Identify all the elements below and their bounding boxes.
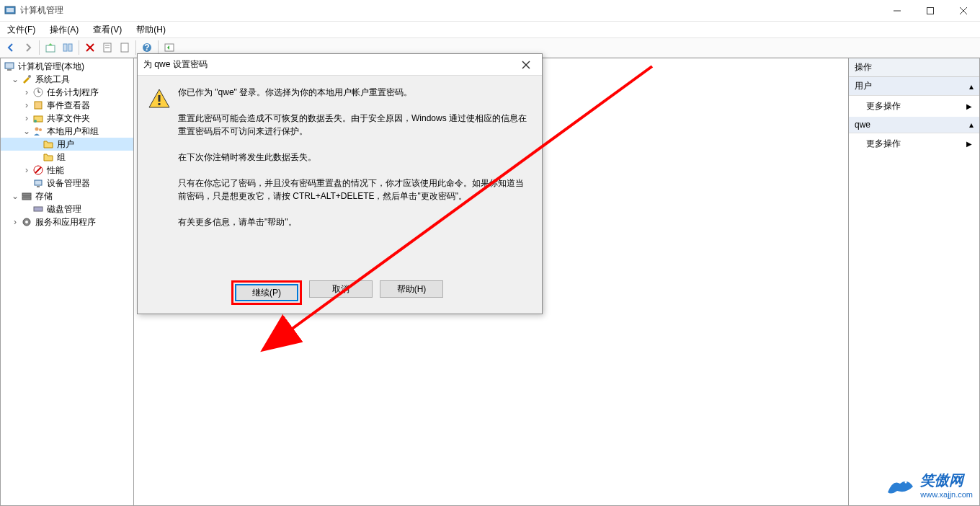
tree-system-tools[interactable]: ⌄ 系统工具 [1, 73, 133, 86]
close-button[interactable] [947, 1, 980, 21]
svg-point-37 [25, 221, 28, 223]
tree-local-users[interactable]: ⌄ 本地用户和组 [1, 125, 133, 138]
tree-shared-folders[interactable]: › 共享文件夹 [1, 112, 133, 125]
watermark-url: www.xajjn.com [920, 490, 973, 499]
svg-line-5 [960, 7, 967, 14]
users-icon [32, 125, 44, 137]
menu-help[interactable]: 帮助(H) [133, 22, 169, 37]
collapse-icon[interactable]: ▴ [969, 120, 974, 130]
svg-rect-19 [7, 69, 12, 71]
export-button[interactable] [117, 40, 133, 56]
expander-closed-icon[interactable]: › [22, 88, 31, 97]
delete-button[interactable] [82, 40, 98, 56]
tree-panel: 计算机管理(本地) ⌄ 系统工具 › 任务计划程序 › 事件查看器 › 共享文件… [0, 58, 134, 506]
actions-header: 操作 [849, 58, 979, 77]
tree-disk-management[interactable]: 磁盘管理 [1, 203, 133, 216]
expander-open-icon[interactable]: ⌄ [22, 127, 31, 136]
svg-rect-8 [68, 44, 72, 51]
tree-label: 任务计划程序 [47, 86, 99, 99]
actions-section-user[interactable]: 用户 ▴ [849, 77, 979, 96]
tree-groups[interactable]: 组 [1, 151, 133, 164]
tree-root[interactable]: 计算机管理(本地) [1, 60, 133, 73]
svg-rect-14 [121, 43, 128, 52]
minimize-button[interactable] [881, 1, 914, 21]
tree-label: 事件查看器 [47, 99, 90, 112]
tree-label: 设备管理器 [47, 177, 90, 190]
svg-rect-41 [159, 103, 161, 105]
svg-rect-33 [22, 193, 31, 196]
dialog-p4: 只有在你忘记了密码，并且没有密码重置盘的情况下，你才应该使用此命令。如果你知道当… [178, 177, 527, 203]
tree-label: 用户 [57, 138, 74, 151]
actions-item-label: 更多操作 [866, 100, 901, 112]
svg-rect-34 [22, 197, 31, 200]
window-title: 计算机管理 [20, 4, 63, 17]
tree-performance[interactable]: › 性能 [1, 164, 133, 177]
actions-section-label: 用户 [855, 80, 872, 92]
app-icon [4, 5, 16, 17]
dialog-titlebar[interactable]: 为 qwe 设置密码 [138, 54, 542, 76]
tree-task-scheduler[interactable]: › 任务计划程序 [1, 86, 133, 99]
svg-rect-35 [34, 207, 43, 211]
tree-storage[interactable]: ⌄ 存储 [1, 190, 133, 203]
tree-services-apps[interactable]: › 服务和应用程序 [1, 216, 133, 228]
cancel-button[interactable]: 取消 [309, 280, 373, 298]
help-button[interactable]: 帮助(H) [380, 280, 443, 298]
disk-icon [32, 203, 44, 215]
collapse-icon[interactable]: ▴ [969, 81, 974, 92]
services-icon [21, 216, 32, 228]
clock-icon [32, 86, 44, 98]
proceed-button[interactable]: 继续(P) [235, 284, 298, 301]
dialog-close-button[interactable] [516, 57, 536, 73]
button-label: 继续(P) [252, 287, 281, 299]
actions-panel: 操作 用户 ▴ 更多操作 ▶ qwe ▴ 更多操作 ▶ [849, 58, 980, 506]
svg-rect-32 [37, 186, 40, 187]
highlight-box: 继续(P) [231, 280, 302, 305]
dialog-body: 你已作为 "qwe" 登录。你选择为你的本地用户帐户重置密码。 重置此密码可能会… [138, 76, 542, 252]
expander-open-icon[interactable]: ⌄ [11, 75, 19, 84]
toolbar-separator [39, 40, 40, 55]
maximize-button[interactable] [914, 1, 947, 21]
toolbar-separator [158, 40, 159, 55]
tree-event-viewer[interactable]: › 事件查看器 [1, 99, 133, 112]
svg-point-20 [28, 75, 31, 78]
menu-view[interactable]: 查看(V) [90, 22, 125, 37]
actions-section-qwe[interactable]: qwe ▴ [849, 117, 979, 133]
expander-closed-icon[interactable]: › [11, 218, 19, 226]
computer-icon [4, 61, 15, 72]
menu-action[interactable]: 操作(A) [47, 22, 81, 37]
svg-rect-18 [5, 63, 14, 68]
tree-label: 本地用户和组 [47, 125, 99, 138]
svg-point-43 [905, 481, 907, 483]
chevron-right-icon: ▶ [966, 140, 972, 148]
expander-closed-icon[interactable]: › [22, 114, 31, 123]
storage-icon [21, 190, 32, 202]
up-button[interactable] [43, 40, 58, 56]
window-titlebar: 计算机管理 [0, 0, 980, 22]
tree-device-manager[interactable]: 设备管理器 [1, 177, 133, 190]
menu-file[interactable]: 文件(F) [4, 22, 38, 37]
expander-open-icon[interactable]: ⌄ [11, 192, 19, 200]
svg-text:?: ? [144, 43, 149, 53]
tree-label: 计算机管理(本地) [18, 61, 84, 73]
tree-label: 服务和应用程序 [35, 216, 96, 228]
expander-closed-icon[interactable]: › [22, 166, 31, 174]
chevron-right-icon: ▶ [966, 102, 972, 110]
actions-more-1[interactable]: 更多操作 ▶ [849, 96, 979, 117]
forward-button[interactable] [20, 40, 36, 56]
watermark-logo-icon [884, 472, 916, 498]
properties-button[interactable] [99, 40, 115, 56]
tools-icon [21, 74, 32, 85]
svg-rect-24 [35, 102, 42, 109]
tree-users[interactable]: 用户 [1, 138, 133, 151]
back-button[interactable] [3, 40, 19, 56]
share-icon [32, 112, 44, 124]
dialog-p3: 在下次你注销时将发生此数据丢失。 [178, 151, 527, 164]
actions-section-label: qwe [855, 120, 870, 130]
watermark-text: 笑傲网 [920, 472, 963, 488]
tree-label: 组 [57, 151, 66, 164]
actions-more-2[interactable]: 更多操作 ▶ [849, 133, 979, 154]
expander-closed-icon[interactable]: › [22, 101, 31, 110]
svg-rect-40 [159, 95, 161, 102]
show-hide-button[interactable] [60, 40, 76, 56]
svg-rect-7 [63, 44, 67, 51]
